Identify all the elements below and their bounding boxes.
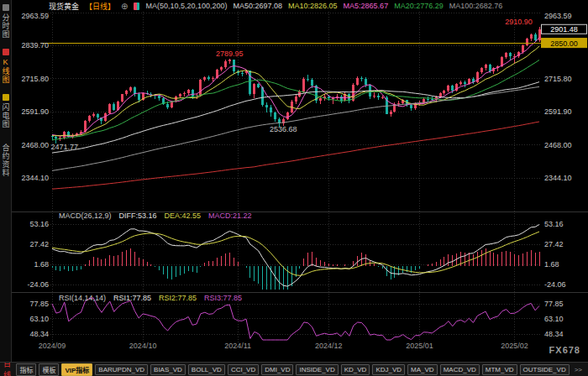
add-icon[interactable]: ⊕ [121,2,128,11]
symbol-name: 现货黄金 [49,1,79,12]
rsi-axis-label-right: 77.85 [544,300,564,308]
sidebar-item-time-chart[interactable]: 分时图 [1,4,11,39]
current-price-tag-label: 2901.48 [550,25,578,34]
watermark: FX678 [549,345,580,355]
ma10-value: MA10:2826.05 [288,2,338,10]
macd-axis-label-left: -24.06 [27,280,49,289]
macd-axis-label-right: 53.16 [544,220,564,228]
x-axis-label: 2025/01 [406,342,433,350]
toolbar-tabs: 指标模板VIP指标BARUPDN_VDBIAS_VDBOLL_VDCCI_VDD… [16,363,585,376]
period-selector[interactable]: 【日线】 [85,1,115,12]
time-chart-icon [3,4,9,11]
macd-axis-label-right: 1.68 [544,260,559,269]
ma20-value: MA20:2776.29 [394,2,444,10]
x-axis-label: 2024/10 [129,342,157,350]
x-axis-label: 2024/12 [315,342,343,350]
alert-price-tag-label: 2850.00 [550,39,578,48]
bottom-toolbar: 日线 指标模板VIP指标BARUPDN_VDBIAS_VDBOLL_VDCCI_… [0,362,588,376]
toolbar-tab-6[interactable]: CCI_VD [228,364,259,375]
candle-icon [134,3,139,10]
macd-value: MACD:21.22 [208,212,252,220]
toolbar-tab-3[interactable]: BARUPDN_VD [95,364,148,375]
price-axis-label-left: 2963.59 [21,12,49,20]
x-axis-label: 2024/09 [39,342,66,350]
x-axis-label: 2025/02 [501,342,528,350]
toolbar-period-label[interactable]: 日线 [3,362,12,376]
lightning-chart-icon [3,94,9,101]
toolbar-tab-4[interactable]: BIAS_VD [150,364,186,375]
toolbar-tab-1[interactable]: 模板 [39,363,59,376]
rsi-axis-label-left: 48.34 [29,330,49,338]
rsi-axis-label-left: 77.85 [29,300,49,308]
sidebar-item-label: 合约资料 [1,144,11,177]
trading-app-window: 分时图 K线图 闪电图 合约资料 现货黄金 【日线】 ⊕ MA(50,10,5,… [0,0,588,376]
toolbar-tab-13[interactable]: MTM_VD [482,364,517,375]
sidebar-item-label: 闪电图 [1,103,11,128]
ma5-value: MA5:2865.67 [344,2,389,10]
toolbar-tab-9[interactable]: KD_VD [341,364,370,375]
macd-axis-label-right: -24.06 [544,280,566,289]
price-annotation: 2471.77 [50,143,78,151]
price-axis-label-left: 2839.70 [21,41,49,50]
rsi2-value: RSI2:77.85 [159,294,197,302]
macd-diff-value: DIFF:53.16 [119,212,157,220]
rsi-axis-label-right: 63.10 [544,315,564,323]
toolbar-tab-2[interactable]: VIP指标 [61,363,92,376]
macd-histogram [52,248,539,290]
price-axis-label-right: 2591.90 [544,107,572,116]
sidebar-item-lightning-chart[interactable]: 闪电图 [1,94,11,128]
macd-axis-label-left: 53.16 [29,220,49,228]
toolbar-tab-14[interactable]: OUTSIDE_VD [520,364,570,375]
x-axis-label: 2024/11 [224,342,251,350]
ma100-value: MA100:2682.76 [449,2,503,10]
toolbar-tab-10[interactable]: KDJ_VD [372,364,405,375]
rsi-params-label: RSI(14,14,14) [59,294,106,302]
price-annotation: 2789.95 [216,50,244,58]
price-axis-label-left: 2591.90 [21,107,49,116]
rsi1-value: RSI1:77.85 [113,294,151,302]
macd-axis-label-left: 27.42 [29,240,49,248]
price-axis-label-right: 2468.00 [544,141,572,149]
price-axis-label-left: 2344.10 [21,174,49,182]
ma-params-label: MA(50,10,5,20,100,200) [145,2,227,10]
rsi-axis-label-right: 48.34 [544,330,564,338]
toolbar-tab-7[interactable]: DMI_VD [261,364,293,375]
rsi-header: RSI(14,14,14) RSI1:77.85 RSI2:77.85 RSI3… [59,294,242,302]
sidebar: 分时图 K线图 闪电图 合约资料 [0,0,12,376]
toolbar-tab-11[interactable]: MA_VD [407,364,438,375]
sidebar-item-label: 分时图 [1,13,11,39]
toolbar-tab-8[interactable]: INSIDE_VD [296,364,338,375]
macd-axis-label-left: 1.68 [34,260,49,269]
toolbar-tab-12[interactable]: MACD_VD [440,364,480,375]
price-axis-label-right: 2344.10 [544,174,572,182]
sidebar-item-label: K线图 [1,58,11,84]
macd-header: MACD(26,12,9) DIFF:53.16 DEA:42.55 MACD:… [59,212,252,220]
ma50-value: MA50:2697.08 [234,2,283,10]
toolbar-more-button[interactable]: >> [572,365,585,374]
price-axis-label-left: 2468.00 [21,141,49,149]
sidebar-item-kline-chart[interactable]: K线图 [1,49,11,84]
price-axis-label-right: 2963.59 [544,12,572,20]
price-annotation: 2910.90 [505,18,533,26]
sidebar-item-contract-info[interactable]: 合约资料 [1,144,11,177]
toolbar-tab-0[interactable]: 指标 [16,363,36,376]
toolbar-tab-5[interactable]: BOLL_VD [188,364,225,375]
price-axis-label-right: 2715.80 [544,75,572,83]
macd-params-label: MACD(26,12,9) [59,212,112,220]
chart-header: 现货黄金 【日线】 ⊕ MA(50,10,5,20,100,200) MA50:… [12,0,588,12]
rsi3-value: RSI3:77.85 [204,294,242,302]
rsi-axis-label-left: 63.10 [29,315,49,323]
price-annotation: 2536.68 [270,125,297,133]
price-axis-label-left: 2715.80 [21,75,49,83]
macd-dea-value: DEA:42.55 [165,212,202,220]
kline-chart-icon [3,49,9,55]
macd-axis-label-right: 27.42 [544,240,564,248]
